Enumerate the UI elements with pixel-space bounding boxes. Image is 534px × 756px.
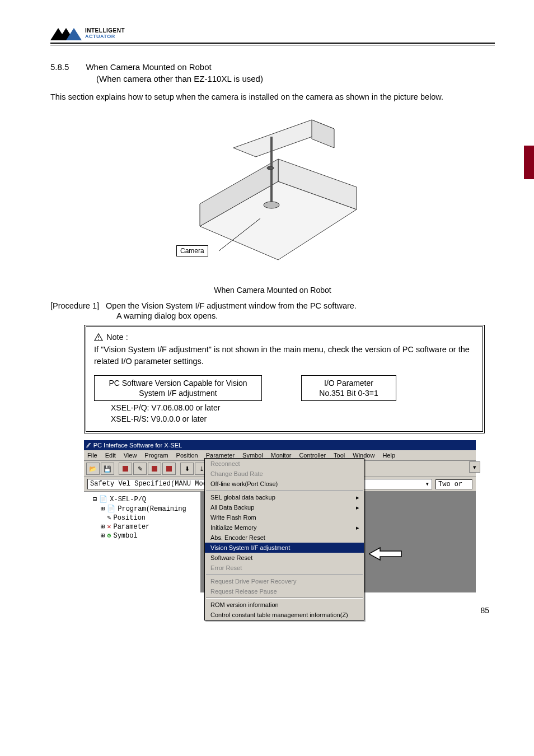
ctx-item[interactable]: Control constant table management inform… — [205, 610, 364, 620]
logo-text-1: INTELLIGENT — [85, 27, 125, 34]
figure-caption: When Camera Mounted on Robot — [50, 286, 495, 295]
svg-point-9 — [264, 202, 279, 208]
toolbar-icon[interactable] — [148, 463, 161, 475]
tree-root[interactable]: X-SEL-P/Q — [110, 495, 146, 504]
procedure-row: [Procedure 1] Open the Vision System I/F… — [50, 301, 495, 310]
two-or-select[interactable]: Two or — [435, 479, 472, 489]
ctx-item: Request Drive Power Recovery — [205, 576, 364, 586]
controller-context-menu: ReconnectChange Baud RateOff-line work(P… — [204, 458, 364, 620]
camera-callout-label: Camera — [176, 245, 208, 256]
project-tree[interactable]: ⊟📄X-SEL-P/Q ⊞📄Program(Remaining ✎Positio… — [84, 492, 201, 592]
menu-help[interactable]: Help — [382, 452, 395, 459]
ctx-item[interactable]: Vision System I/F adjustment — [205, 543, 364, 553]
menu-file[interactable]: File — [87, 452, 97, 459]
submenu-arrow-icon: ▸ — [356, 494, 359, 501]
ctx-item[interactable]: Initialize Memory▸ — [205, 522, 364, 533]
menu-program[interactable]: Program — [144, 452, 168, 459]
ctx-item[interactable]: Off-line work(Port Close) — [205, 479, 364, 489]
toolbar-icon[interactable] — [162, 463, 176, 475]
ctx-item: Request Release Pause — [205, 586, 364, 596]
toolbar-open-icon[interactable]: 📂 — [86, 463, 100, 475]
svg-point-10 — [267, 166, 274, 170]
svg-marker-7 — [312, 120, 334, 148]
procedure-text-1: Open the Vision System I/F adjustment wi… — [106, 301, 357, 310]
tree-symbol[interactable]: Symbol — [113, 531, 137, 540]
section-title-1: When Camera Mounted on Robot — [86, 62, 211, 72]
robot-camera-figure: Camera — [166, 109, 379, 282]
tree-position[interactable]: Position — [113, 514, 146, 522]
brand-logo: INTELLIGENT ACTUATOR — [50, 28, 495, 40]
ctx-item[interactable]: SEL global data backup▸ — [205, 492, 364, 502]
ctx-item: Error Reset — [205, 563, 364, 573]
note-box: Note : If "Vision System I/F adjustment"… — [84, 325, 485, 433]
pc-software-screenshot: ⁄⁄ PC Interface Software for X-SEL File … — [84, 440, 476, 592]
svg-marker-15 — [369, 548, 401, 560]
pc-software-xsel-rs: XSEL-R/S: V9.0.0.0 or later — [94, 412, 262, 423]
toolbar-save-icon[interactable]: 💾 — [101, 463, 114, 475]
tree-parameter[interactable]: Parameter — [113, 522, 149, 531]
pc-software-xsel-pq: XSEL-P/Q: V7.06.08.00 or later — [94, 401, 262, 412]
section-heading: 5.8.5 When Camera Mounted on Robot — [50, 62, 495, 72]
dropdown-arrow-icon[interactable]: ▾ — [469, 461, 480, 473]
app-window-title: PC Interface Software for X-SEL — [93, 442, 182, 449]
section-number: 5.8.5 — [50, 62, 69, 72]
ctx-item[interactable]: ROM version information — [205, 600, 364, 610]
svg-point-14 — [98, 339, 99, 340]
io-parameter-box: I/O Parameter No.351 Bit 0-3=1 — [301, 375, 396, 401]
intro-paragraph: This section explains how to setup when … — [50, 91, 495, 103]
toolbar-icon[interactable]: ✎ — [133, 463, 147, 475]
toolbar-down-icon[interactable]: ⬇ — [180, 463, 194, 475]
procedure-text-2: A warning dialog box opens. — [116, 311, 495, 320]
section-side-tab — [524, 146, 534, 179]
submenu-arrow-icon: ▸ — [356, 524, 359, 531]
ctx-item[interactable]: All Data Backup▸ — [205, 502, 364, 512]
ctx-item[interactable]: Write Flash Rom — [205, 512, 364, 522]
ctx-item[interactable]: Software Reset — [205, 553, 364, 563]
ctx-item: Change Baud Rate — [205, 469, 364, 479]
logo-text-2: ACTUATOR — [85, 34, 115, 39]
menu-edit[interactable]: Edit — [105, 452, 116, 459]
warning-icon — [94, 333, 103, 341]
toolbar-icon[interactable] — [119, 463, 132, 475]
note-heading: Note : — [106, 333, 128, 342]
ctx-item: Reconnect — [205, 459, 364, 469]
callout-arrow-icon — [369, 547, 402, 561]
note-body-text: If "Vision System I/F adjustment" is not… — [94, 344, 475, 367]
tree-program[interactable]: Program(Remaining — [118, 505, 186, 514]
menu-position[interactable]: Position — [176, 452, 198, 459]
menu-view[interactable]: View — [124, 452, 137, 459]
pc-software-version-box: PC Software Version Capable for Vision S… — [94, 375, 262, 401]
submenu-arrow-icon: ▸ — [356, 504, 359, 511]
section-title-2: (When camera other than EZ-110XL is used… — [96, 74, 495, 83]
procedure-label: [Procedure 1] — [50, 301, 99, 310]
ctx-item[interactable]: Abs. Encoder Reset — [205, 533, 364, 543]
